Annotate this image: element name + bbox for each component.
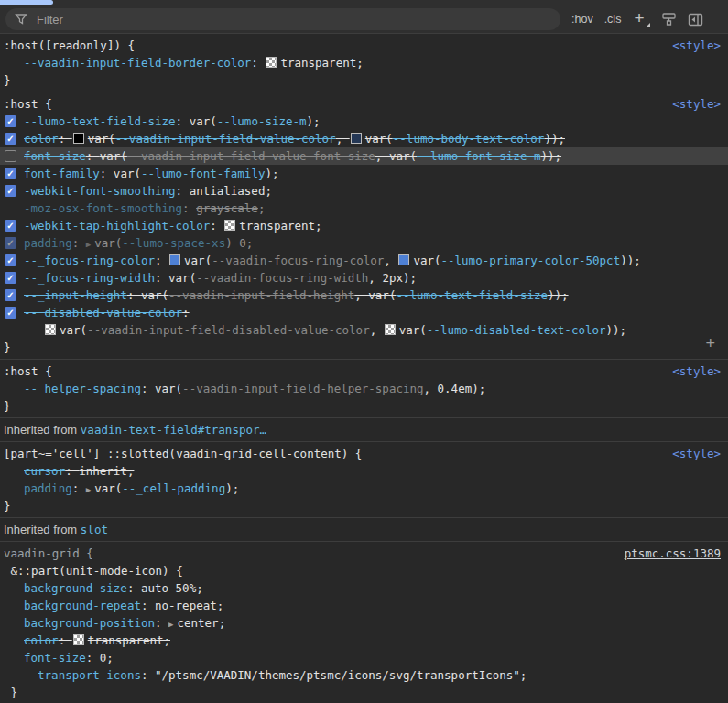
expand-toggle-icon[interactable]: ▶ xyxy=(86,485,91,494)
property-name[interactable]: --_focus-ring-color xyxy=(24,254,155,267)
rule-selector[interactable]: [part~='cell'] ::slotted(vaadin-grid-cel… xyxy=(0,445,728,462)
css-var-link[interactable]: --_cell-padding xyxy=(122,481,225,495)
rule-selector[interactable]: &::part(unit-mode-icon) { xyxy=(0,562,728,579)
css-var-link[interactable]: --lumo-space-xs xyxy=(122,236,225,250)
property-name[interactable]: --vaadin-input-field-border-color xyxy=(24,56,251,70)
property-name[interactable]: color xyxy=(24,132,59,146)
property-name[interactable]: background-size xyxy=(24,581,127,595)
toggle-sidebar-icon[interactable] xyxy=(688,13,703,27)
color-swatch[interactable] xyxy=(398,254,409,265)
property-value[interactable]: : xyxy=(182,201,196,215)
property-value[interactable]: , xyxy=(384,254,397,267)
css-var-link[interactable]: --lumo-size-m xyxy=(217,114,307,128)
property-name[interactable]: padding xyxy=(24,481,72,495)
property-value[interactable]: 0; xyxy=(100,651,114,665)
property-name[interactable]: padding xyxy=(24,236,72,250)
property-value[interactable]: : xyxy=(59,132,72,146)
declaration-checkbox[interactable] xyxy=(5,150,16,162)
property-name[interactable]: --_focus-ring-width xyxy=(24,271,155,285)
property-value[interactable]: ) 0; xyxy=(225,236,253,250)
css-var-fallback[interactable]: --vaadin-input-field-height xyxy=(168,288,354,302)
rule-selector[interactable]: :host([readonly]) { xyxy=(0,37,728,54)
property-value[interactable]: var( xyxy=(365,132,393,146)
property-name[interactable]: --transport-icons xyxy=(24,668,141,682)
css-var-fallback[interactable]: --vaadin-focus-ring-color xyxy=(212,254,384,267)
property-value[interactable]: : xyxy=(141,668,155,682)
property-value[interactable]: , xyxy=(336,132,350,146)
color-swatch[interactable] xyxy=(169,254,180,265)
property-value[interactable]: : xyxy=(176,184,190,198)
css-var-link[interactable]: --lumo-primary-color-50pct xyxy=(441,254,621,267)
declaration-checkbox[interactable] xyxy=(5,185,16,197)
property-name[interactable]: --lumo-text-field-size xyxy=(24,114,176,128)
property-value[interactable]: transparent; xyxy=(239,219,321,233)
property-value[interactable]: var( xyxy=(94,481,122,495)
property-value[interactable]: : xyxy=(72,236,86,250)
property-value[interactable]: : xyxy=(210,219,223,233)
property-value[interactable]: : xyxy=(155,616,168,630)
property-value[interactable]: : xyxy=(100,167,114,180)
declaration-checkbox[interactable] xyxy=(5,237,16,249)
property-name[interactable]: -moz-osx-font-smoothing xyxy=(24,201,182,215)
declaration-checkbox[interactable] xyxy=(5,307,16,319)
property-value[interactable]: ); xyxy=(225,481,239,495)
property-value[interactable]: var( xyxy=(413,254,440,267)
declaration-checkbox[interactable] xyxy=(5,272,16,284)
property-value[interactable]: : xyxy=(251,56,265,70)
property-value[interactable]: no-repeat; xyxy=(155,599,223,612)
property-name[interactable]: --_input-height xyxy=(24,288,127,302)
property-value[interactable]: transparent; xyxy=(280,56,363,70)
property-name[interactable]: cursor xyxy=(24,464,65,478)
property-value[interactable]: , xyxy=(370,323,384,337)
declaration-checkbox[interactable] xyxy=(5,133,16,145)
property-name[interactable]: -webkit-tap-highlight-color xyxy=(24,219,210,233)
property-value[interactable]: )); xyxy=(548,288,569,302)
property-value[interactable]: "/ptsmc/VAADIN/themes/ptsmc/icons/svg/tr… xyxy=(155,668,527,682)
property-value[interactable]: : xyxy=(141,382,155,395)
property-value[interactable]: : xyxy=(182,306,190,319)
color-swatch[interactable] xyxy=(351,133,362,144)
inherited-node-link[interactable]: slot xyxy=(81,523,108,536)
declaration-checkbox[interactable] xyxy=(5,168,16,179)
color-swatch-transparent[interactable] xyxy=(266,57,277,68)
property-value[interactable]: var( xyxy=(168,271,196,285)
css-var-link[interactable]: --lumo-body-text-color xyxy=(393,132,545,146)
property-value[interactable]: )); xyxy=(544,132,565,146)
property-value[interactable]: )); xyxy=(620,254,641,267)
element-classes-button[interactable]: .cls xyxy=(604,13,622,26)
property-value[interactable]: inherit; xyxy=(79,464,134,478)
property-name[interactable]: font-size xyxy=(24,149,86,163)
property-value[interactable]: , var( xyxy=(354,288,396,302)
property-name[interactable]: -webkit-font-smoothing xyxy=(24,184,176,198)
css-var-link[interactable]: --vaadin-input-field-value-color xyxy=(115,132,336,146)
property-value[interactable]: , var( xyxy=(375,149,417,163)
property-value[interactable]: : xyxy=(155,271,168,285)
property-name[interactable]: background-position xyxy=(24,616,155,630)
property-value[interactable]: transparent; xyxy=(88,633,170,647)
rule-selector[interactable]: vaadin-grid { xyxy=(0,545,728,562)
expand-toggle-icon[interactable]: ▶ xyxy=(168,620,173,629)
property-value[interactable]: auto 50%; xyxy=(141,581,203,595)
property-value[interactable]: grayscale xyxy=(196,201,258,215)
property-value[interactable]: ); xyxy=(265,167,278,180)
css-var-fallback[interactable]: --vaadin-input-field-value-font-size xyxy=(127,149,375,163)
property-value[interactable]: : xyxy=(65,464,79,478)
property-name[interactable]: background-repeat xyxy=(24,599,141,612)
color-swatch-transparent[interactable] xyxy=(224,220,235,231)
property-value[interactable]: ; xyxy=(258,201,266,215)
rendering-brush-icon[interactable] xyxy=(661,12,677,27)
css-var-fallback[interactable]: --vaadin-input-field-helper-spacing xyxy=(182,382,423,395)
color-swatch-transparent[interactable] xyxy=(45,324,56,335)
color-swatch-transparent[interactable] xyxy=(73,634,84,645)
property-name[interactable]: --_helper-spacing xyxy=(24,382,141,395)
property-value[interactable]: var( xyxy=(114,167,141,180)
declaration-checkbox[interactable] xyxy=(5,254,16,266)
property-value[interactable]: var( xyxy=(88,132,115,146)
property-name[interactable]: font-size xyxy=(24,651,86,665)
property-value[interactable]: var( xyxy=(60,323,87,337)
property-value[interactable]: : xyxy=(86,651,100,665)
css-var-link[interactable]: --lumo-font-size-m xyxy=(417,149,540,163)
inherited-node-link[interactable]: vaadin-text-field#transpor… xyxy=(81,423,266,437)
property-value[interactable]: )); xyxy=(606,323,627,337)
rule-selector[interactable]: :host { xyxy=(0,95,728,113)
